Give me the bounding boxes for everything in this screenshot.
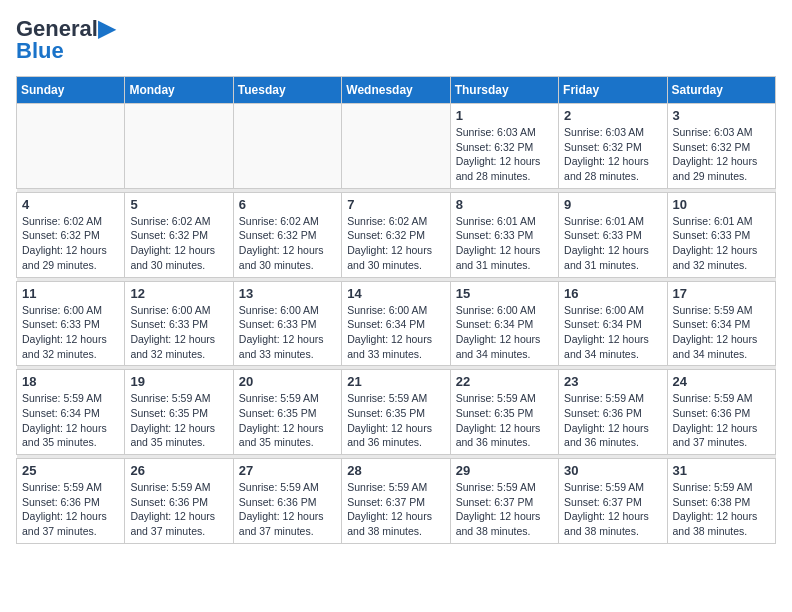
day-number: 23 [564,374,661,389]
calendar-cell-5: 5Sunrise: 6:02 AM Sunset: 6:32 PM Daylig… [125,192,233,277]
day-number: 24 [673,374,770,389]
day-number: 3 [673,108,770,123]
calendar-cell-4: 4Sunrise: 6:02 AM Sunset: 6:32 PM Daylig… [17,192,125,277]
weekday-header-saturday: Saturday [667,77,775,104]
day-detail: Sunrise: 5:59 AM Sunset: 6:37 PM Dayligh… [564,480,661,539]
day-number: 4 [22,197,119,212]
day-number: 9 [564,197,661,212]
calendar-cell-11: 11Sunrise: 6:00 AM Sunset: 6:33 PM Dayli… [17,281,125,366]
day-detail: Sunrise: 5:59 AM Sunset: 6:34 PM Dayligh… [673,303,770,362]
logo: General▶ Blue [16,16,115,64]
day-detail: Sunrise: 6:03 AM Sunset: 6:32 PM Dayligh… [456,125,553,184]
day-detail: Sunrise: 5:59 AM Sunset: 6:36 PM Dayligh… [22,480,119,539]
calendar-cell-19: 19Sunrise: 5:59 AM Sunset: 6:35 PM Dayli… [125,370,233,455]
calendar-cell-23: 23Sunrise: 5:59 AM Sunset: 6:36 PM Dayli… [559,370,667,455]
day-detail: Sunrise: 5:59 AM Sunset: 6:35 PM Dayligh… [456,391,553,450]
day-number: 28 [347,463,444,478]
day-number: 11 [22,286,119,301]
day-detail: Sunrise: 5:59 AM Sunset: 6:35 PM Dayligh… [347,391,444,450]
calendar-cell-17: 17Sunrise: 5:59 AM Sunset: 6:34 PM Dayli… [667,281,775,366]
calendar-cell-10: 10Sunrise: 6:01 AM Sunset: 6:33 PM Dayli… [667,192,775,277]
day-detail: Sunrise: 6:02 AM Sunset: 6:32 PM Dayligh… [347,214,444,273]
day-number: 15 [456,286,553,301]
calendar-cell-22: 22Sunrise: 5:59 AM Sunset: 6:35 PM Dayli… [450,370,558,455]
day-detail: Sunrise: 6:00 AM Sunset: 6:33 PM Dayligh… [130,303,227,362]
day-detail: Sunrise: 6:00 AM Sunset: 6:34 PM Dayligh… [564,303,661,362]
day-detail: Sunrise: 6:00 AM Sunset: 6:33 PM Dayligh… [22,303,119,362]
day-number: 13 [239,286,336,301]
weekday-header-thursday: Thursday [450,77,558,104]
page-header: General▶ Blue [16,16,776,64]
day-number: 8 [456,197,553,212]
calendar-cell-1: 1Sunrise: 6:03 AM Sunset: 6:32 PM Daylig… [450,104,558,189]
day-detail: Sunrise: 6:03 AM Sunset: 6:32 PM Dayligh… [673,125,770,184]
calendar-cell-6: 6Sunrise: 6:02 AM Sunset: 6:32 PM Daylig… [233,192,341,277]
calendar-cell-empty [125,104,233,189]
calendar-cell-13: 13Sunrise: 6:00 AM Sunset: 6:33 PM Dayli… [233,281,341,366]
day-detail: Sunrise: 5:59 AM Sunset: 6:36 PM Dayligh… [130,480,227,539]
day-detail: Sunrise: 6:02 AM Sunset: 6:32 PM Dayligh… [239,214,336,273]
day-detail: Sunrise: 5:59 AM Sunset: 6:36 PM Dayligh… [673,391,770,450]
day-detail: Sunrise: 5:59 AM Sunset: 6:37 PM Dayligh… [347,480,444,539]
calendar-cell-3: 3Sunrise: 6:03 AM Sunset: 6:32 PM Daylig… [667,104,775,189]
day-number: 18 [22,374,119,389]
day-detail: Sunrise: 6:00 AM Sunset: 6:34 PM Dayligh… [456,303,553,362]
calendar-cell-9: 9Sunrise: 6:01 AM Sunset: 6:33 PM Daylig… [559,192,667,277]
day-detail: Sunrise: 6:01 AM Sunset: 6:33 PM Dayligh… [456,214,553,273]
logo-blue: Blue [16,38,64,64]
week-row-3: 11Sunrise: 6:00 AM Sunset: 6:33 PM Dayli… [17,281,776,366]
day-number: 14 [347,286,444,301]
calendar-cell-20: 20Sunrise: 5:59 AM Sunset: 6:35 PM Dayli… [233,370,341,455]
day-detail: Sunrise: 6:01 AM Sunset: 6:33 PM Dayligh… [564,214,661,273]
calendar-cell-empty [342,104,450,189]
calendar-cell-15: 15Sunrise: 6:00 AM Sunset: 6:34 PM Dayli… [450,281,558,366]
calendar-cell-18: 18Sunrise: 5:59 AM Sunset: 6:34 PM Dayli… [17,370,125,455]
calendar-cell-2: 2Sunrise: 6:03 AM Sunset: 6:32 PM Daylig… [559,104,667,189]
day-number: 26 [130,463,227,478]
calendar-cell-25: 25Sunrise: 5:59 AM Sunset: 6:36 PM Dayli… [17,459,125,544]
weekday-header-tuesday: Tuesday [233,77,341,104]
day-number: 2 [564,108,661,123]
calendar-cell-21: 21Sunrise: 5:59 AM Sunset: 6:35 PM Dayli… [342,370,450,455]
day-detail: Sunrise: 6:02 AM Sunset: 6:32 PM Dayligh… [22,214,119,273]
day-detail: Sunrise: 5:59 AM Sunset: 6:35 PM Dayligh… [130,391,227,450]
day-detail: Sunrise: 5:59 AM Sunset: 6:34 PM Dayligh… [22,391,119,450]
calendar-cell-28: 28Sunrise: 5:59 AM Sunset: 6:37 PM Dayli… [342,459,450,544]
calendar-cell-14: 14Sunrise: 6:00 AM Sunset: 6:34 PM Dayli… [342,281,450,366]
day-number: 16 [564,286,661,301]
day-number: 22 [456,374,553,389]
day-detail: Sunrise: 5:59 AM Sunset: 6:38 PM Dayligh… [673,480,770,539]
day-detail: Sunrise: 6:00 AM Sunset: 6:33 PM Dayligh… [239,303,336,362]
weekday-header-monday: Monday [125,77,233,104]
week-row-5: 25Sunrise: 5:59 AM Sunset: 6:36 PM Dayli… [17,459,776,544]
day-number: 12 [130,286,227,301]
calendar-cell-26: 26Sunrise: 5:59 AM Sunset: 6:36 PM Dayli… [125,459,233,544]
calendar-cell-31: 31Sunrise: 5:59 AM Sunset: 6:38 PM Dayli… [667,459,775,544]
day-number: 27 [239,463,336,478]
weekday-header-wednesday: Wednesday [342,77,450,104]
day-number: 25 [22,463,119,478]
calendar-cell-30: 30Sunrise: 5:59 AM Sunset: 6:37 PM Dayli… [559,459,667,544]
day-detail: Sunrise: 6:03 AM Sunset: 6:32 PM Dayligh… [564,125,661,184]
calendar-cell-12: 12Sunrise: 6:00 AM Sunset: 6:33 PM Dayli… [125,281,233,366]
day-number: 30 [564,463,661,478]
day-detail: Sunrise: 6:02 AM Sunset: 6:32 PM Dayligh… [130,214,227,273]
day-number: 19 [130,374,227,389]
day-detail: Sunrise: 5:59 AM Sunset: 6:35 PM Dayligh… [239,391,336,450]
weekday-header-sunday: Sunday [17,77,125,104]
day-detail: Sunrise: 5:59 AM Sunset: 6:36 PM Dayligh… [564,391,661,450]
calendar: SundayMondayTuesdayWednesdayThursdayFrid… [16,76,776,544]
calendar-cell-16: 16Sunrise: 6:00 AM Sunset: 6:34 PM Dayli… [559,281,667,366]
day-number: 20 [239,374,336,389]
calendar-cell-27: 27Sunrise: 5:59 AM Sunset: 6:36 PM Dayli… [233,459,341,544]
calendar-cell-empty [233,104,341,189]
day-number: 29 [456,463,553,478]
calendar-cell-24: 24Sunrise: 5:59 AM Sunset: 6:36 PM Dayli… [667,370,775,455]
day-number: 21 [347,374,444,389]
week-row-1: 1Sunrise: 6:03 AM Sunset: 6:32 PM Daylig… [17,104,776,189]
calendar-cell-empty [17,104,125,189]
day-detail: Sunrise: 5:59 AM Sunset: 6:36 PM Dayligh… [239,480,336,539]
weekday-header-row: SundayMondayTuesdayWednesdayThursdayFrid… [17,77,776,104]
day-number: 7 [347,197,444,212]
day-detail: Sunrise: 5:59 AM Sunset: 6:37 PM Dayligh… [456,480,553,539]
